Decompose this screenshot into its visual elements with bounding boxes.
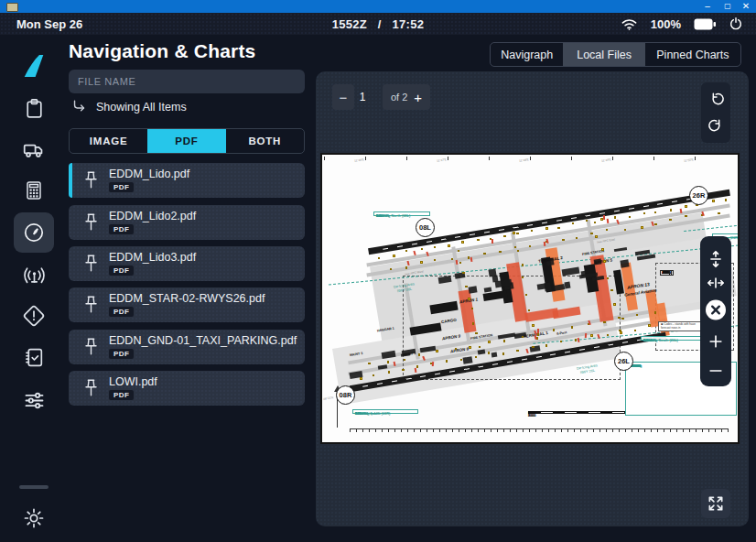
- deicing-south-26l-box: De-Icing South (26L)DA14121.595DA15121.7…: [641, 336, 701, 341]
- chart-shape: [451, 258, 453, 260]
- fullscreen-button[interactable]: [701, 489, 730, 518]
- runway-label-08L: 08L: [416, 218, 435, 237]
- chart-shape: [537, 333, 539, 335]
- time-separator: /: [378, 17, 382, 31]
- tab-pinned-charts[interactable]: Pinned Charts: [645, 43, 740, 66]
- coord-label: 11°46'E: [354, 157, 365, 164]
- chart-shape: [529, 345, 540, 352]
- page-count-label: of 2: [391, 92, 407, 103]
- file-type-badge: PDF: [109, 182, 134, 192]
- chart-shape: [456, 260, 458, 265]
- chart-shape: [725, 199, 727, 201]
- tab-navigraph[interactable]: Navigraph: [491, 43, 563, 66]
- airport-chart[interactable]: 08L26R08R26LDe-Icing North (08L)DA1121.5…: [320, 153, 740, 444]
- chart-shape: [603, 321, 605, 323]
- chart-shape: [516, 350, 518, 352]
- coord-label: 11°48'E: [519, 157, 530, 164]
- chart-shape: [607, 334, 609, 336]
- window-titlebar: – ▢ ✕: [0, 0, 756, 13]
- chart-shape: [532, 324, 534, 326]
- chart-viewer-panel: − 1 of 2 + 08L26R08R26LDe-Icing North (0…: [316, 71, 749, 526]
- sidebar: [0, 35, 64, 542]
- file-list-item[interactable]: EDDM_Lido2.pdf PDF: [69, 205, 305, 240]
- page-previous-button[interactable]: −: [332, 84, 354, 110]
- sidebar-item-antenna[interactable]: [14, 255, 54, 295]
- fit-horizontal-button[interactable]: [705, 272, 727, 294]
- chart-shape: [373, 374, 374, 376]
- coord-label: 11°50'E: [684, 157, 695, 164]
- tab-local-files[interactable]: Local Files: [563, 43, 644, 66]
- chart-shape: [654, 223, 656, 225]
- power-icon[interactable]: [729, 16, 743, 31]
- chart-shape: [491, 352, 498, 357]
- file-type-badge: PDF: [109, 390, 134, 400]
- chart-shape: [390, 268, 392, 270]
- filter-tab-both[interactable]: BOTH: [226, 129, 304, 153]
- chart-shape: [477, 239, 479, 241]
- chart-shape: [618, 317, 620, 319]
- chart-shape: [712, 200, 714, 201]
- chart-shape: [571, 326, 573, 328]
- file-name-search-input[interactable]: [69, 70, 305, 93]
- chart-shape: [718, 212, 719, 214]
- file-type-badge: PDF: [109, 266, 134, 276]
- chart-shape: [434, 246, 436, 248]
- sidebar-item-settings-sliders[interactable]: [14, 380, 54, 420]
- chart-shape: [529, 245, 531, 247]
- chart-shape: [654, 211, 656, 213]
- scale-bar: m 05001000ft 0100020003000: [528, 411, 625, 414]
- chart-shape: [531, 230, 533, 232]
- chart-shape: [404, 359, 405, 361]
- sidebar-item-navigation[interactable]: [14, 212, 54, 253]
- filter-tab-image[interactable]: IMAGE: [70, 129, 147, 153]
- runway-label-26L: 26L: [614, 352, 633, 371]
- window-minimize-button[interactable]: –: [699, 0, 716, 13]
- rotate-ccw-button[interactable]: [707, 91, 725, 108]
- filter-tab-pdf[interactable]: PDF: [147, 129, 225, 153]
- app-logo: [14, 46, 54, 86]
- arrow-elbow-icon: [71, 99, 87, 114]
- chart-zoom-controls: [700, 236, 731, 386]
- page-next-group[interactable]: of 2 +: [383, 84, 430, 110]
- chart-shape: [499, 251, 501, 253]
- zoom-out-button[interactable]: [705, 360, 727, 382]
- window-close-button[interactable]: ✕: [738, 0, 754, 13]
- chart-shape: [614, 216, 616, 218]
- file-name: EDDM_Lido2.pdf: [109, 210, 196, 222]
- chart-shape: [522, 276, 524, 278]
- chart-shape: [669, 219, 671, 221]
- chart-shape: [431, 362, 433, 366]
- page-current: 1: [353, 84, 372, 110]
- chart-shape: [434, 259, 436, 261]
- chart-shape: [368, 363, 370, 364]
- file-list-item[interactable]: EDDM_Lido.pdf PDF: [69, 163, 305, 198]
- sidebar-divider: [19, 485, 49, 489]
- sidebar-item-clipboard[interactable]: [14, 88, 54, 128]
- chart-shape: [572, 222, 574, 224]
- app-icon: [6, 3, 18, 12]
- file-list-item[interactable]: EDDN_GND-01_TAXI_PARKING.pdf PDF: [69, 330, 305, 364]
- chart-shape: [414, 368, 416, 373]
- fit-vertical-button[interactable]: [705, 248, 727, 270]
- window-maximize-button[interactable]: ▢: [719, 0, 736, 13]
- chart-shape: [624, 229, 626, 231]
- chart-shape: [680, 209, 682, 213]
- close-overlay-button[interactable]: [705, 298, 727, 320]
- zoom-in-button[interactable]: [705, 331, 727, 352]
- sidebar-item-gear[interactable]: [14, 498, 54, 538]
- chart-shape: [607, 219, 609, 223]
- file-list-item[interactable]: EDDM_STAR-02-RWYS26.pdf PDF: [69, 287, 305, 322]
- sidebar-item-alerts[interactable]: [14, 296, 54, 336]
- chart-shape: [479, 346, 481, 348]
- file-list-item[interactable]: EDDM_Lido3.pdf PDF: [69, 246, 305, 281]
- file-list-item[interactable]: LOWI.pdf PDF: [69, 371, 305, 406]
- file-name: EDDM_Lido3.pdf: [109, 251, 196, 264]
- chart-shape: [643, 212, 645, 214]
- rotate-cw-button[interactable]: [707, 117, 725, 135]
- sidebar-item-calculator[interactable]: [14, 170, 54, 211]
- sidebar-item-truck[interactable]: [14, 129, 54, 169]
- chart-shape: [416, 365, 418, 367]
- sidebar-item-checklist[interactable]: [14, 337, 54, 377]
- rotate-controls: [701, 82, 730, 143]
- file-name: EDDN_GND-01_TAXI_PARKING.pdf: [109, 334, 297, 347]
